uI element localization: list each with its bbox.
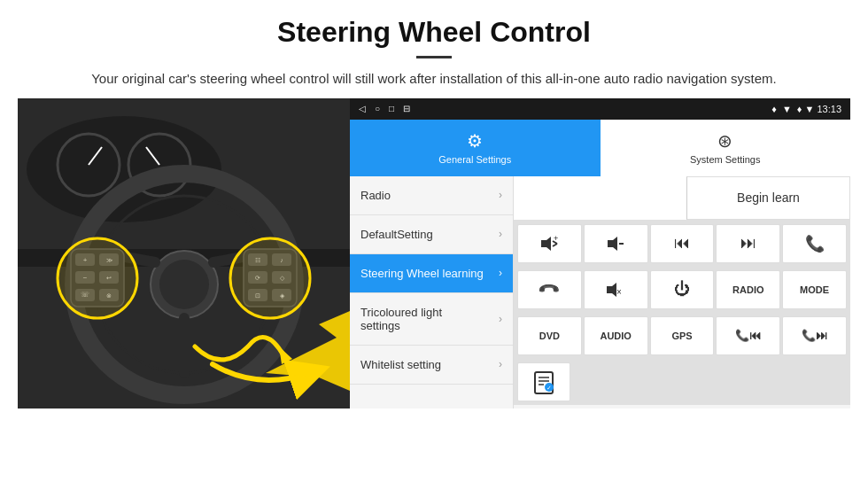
svg-text:−: − — [619, 239, 624, 248]
settings-tabs: ⚙ General Settings ⊛ System Settings — [350, 120, 850, 176]
svg-point-10 — [159, 260, 209, 309]
whitelist-row: ✓ — [514, 359, 850, 405]
svg-point-40 — [58, 238, 137, 318]
hangup-button[interactable]: 📞 — [517, 270, 582, 309]
radio-button[interactable]: RADIO — [716, 270, 780, 309]
bt-next-icon: 📞⏭ — [802, 329, 827, 342]
bt-next-button[interactable]: 📞⏭ — [782, 316, 847, 355]
power-icon: ⏻ — [674, 280, 690, 299]
svg-text:+: + — [554, 234, 558, 243]
svg-text:×: × — [616, 287, 622, 297]
whitelist-icon: ✓ — [531, 370, 556, 394]
source-row: DVD AUDIO GPS 📞⏮ 📞⏭ — [514, 313, 850, 359]
mode-label: MODE — [800, 284, 829, 295]
page-title: Steering Wheel Control — [53, 16, 815, 49]
begin-learn-button[interactable]: Begin learn — [686, 176, 850, 220]
menu-item-default[interactable]: DefaultSetting › — [350, 215, 513, 254]
main-content: + ≫ − ↩ ☏ ⊗ ☷ ♪ ⟳ ◇ ⊡ ◈ — [18, 98, 850, 409]
vol-down-button[interactable]: − — [584, 224, 648, 263]
svg-marker-52 — [607, 283, 616, 297]
chevron-icon: › — [499, 228, 502, 240]
begin-learn-row: Begin learn — [514, 176, 850, 221]
menu-item-steering[interactable]: Steering Wheel learning › — [350, 254, 513, 293]
radio-label: RADIO — [732, 284, 763, 295]
bt-prev-button[interactable]: 📞⏮ — [716, 316, 780, 355]
hangup-icon: 📞 — [538, 277, 562, 302]
power-button[interactable]: ⏻ — [650, 270, 715, 309]
phone-button[interactable]: 📞 — [782, 224, 847, 263]
menu-item-radio[interactable]: Radio › — [350, 176, 513, 215]
mute-icon: × — [605, 280, 626, 300]
bt-prev-icon: 📞⏮ — [735, 329, 761, 342]
svg-line-47 — [553, 244, 557, 246]
status-left: ◁ ○ □ ⊟ — [359, 104, 410, 113]
tab-general-label: General Settings — [438, 154, 511, 165]
tab-system-label: System Settings — [690, 154, 760, 165]
svg-marker-45 — [541, 237, 551, 251]
page-header: Steering Wheel Control Your original car… — [0, 0, 868, 98]
vol-up-icon: + — [539, 234, 559, 253]
gear-icon: ⚙ — [467, 130, 483, 152]
back-icon: ◁ — [359, 104, 366, 113]
control-panel: Begin learn + — [514, 176, 850, 409]
image-panel: + ≫ − ↩ ☏ ⊗ ☷ ♪ ⟳ ◇ ⊡ ◈ — [18, 98, 350, 409]
home-icon: ○ — [375, 104, 380, 113]
tab-system[interactable]: ⊛ System Settings — [601, 120, 851, 176]
vol-up-button[interactable]: + — [517, 224, 582, 263]
svg-point-41 — [230, 238, 310, 318]
settings-content: Radio › DefaultSetting › Steering Wheel … — [350, 176, 850, 409]
menu-item-tricoloured[interactable]: Tricoloured lightsettings › — [350, 293, 513, 346]
chevron-icon: › — [499, 358, 502, 370]
svg-marker-49 — [608, 237, 617, 251]
phone-icon: 📞 — [805, 234, 825, 253]
menu-item-whitelist-label: Whitelist setting — [360, 358, 441, 371]
dvd-label: DVD — [539, 331, 560, 341]
menu-item-whitelist[interactable]: Whitelist setting › — [350, 346, 513, 385]
android-panel: ◁ ○ □ ⊟ ♦ ▼ ♦ ▼ 13:13 ⚙ General Settings… — [350, 98, 850, 409]
menu-icon: ⊟ — [403, 104, 410, 113]
page-subtitle: Your original car's steering wheel contr… — [53, 69, 815, 89]
begin-learn-empty — [514, 176, 686, 220]
gps-button[interactable]: GPS — [650, 316, 715, 355]
chevron-icon: › — [499, 189, 502, 201]
location-icon: ♦ — [771, 104, 777, 114]
system-icon: ⊛ — [717, 130, 732, 152]
menu-item-default-label: DefaultSetting — [360, 228, 433, 241]
signal-icon: ▼ — [782, 104, 792, 114]
menu-item-steering-label: Steering Wheel learning — [360, 267, 484, 280]
tab-general[interactable]: ⚙ General Settings — [350, 120, 601, 176]
vol-down-icon: − — [606, 234, 625, 253]
mute-button[interactable]: × — [584, 270, 648, 309]
audio-label: AUDIO — [600, 331, 631, 341]
chevron-icon: › — [499, 267, 502, 279]
menu-item-radio-label: Radio — [360, 189, 391, 202]
recent-icon: □ — [389, 104, 394, 113]
prev-icon: ⏮ — [674, 234, 690, 253]
button-grid-row1: + − ⏮ — [514, 221, 850, 267]
button-grid-row2: 📞 × ⏻ RADIO — [514, 267, 850, 313]
menu-item-tricoloured-label: Tricoloured lightsettings — [360, 306, 442, 332]
dvd-button[interactable]: DVD — [517, 316, 582, 355]
title-divider — [416, 56, 452, 58]
status-right: ♦ ▼ ♦ ▼ 13:13 — [771, 104, 841, 114]
car-interior-svg: + ≫ − ↩ ☏ ⊗ ☷ ♪ ⟳ ◇ ⊡ ◈ — [18, 98, 350, 409]
mode-button[interactable]: MODE — [782, 270, 847, 309]
clock: ♦ ▼ 13:13 — [797, 104, 841, 114]
whitelist-icon-button[interactable]: ✓ — [517, 362, 570, 401]
menu-list: Radio › DefaultSetting › Steering Wheel … — [350, 176, 514, 409]
next-track-button[interactable]: ⏭ — [716, 224, 780, 263]
gps-label: GPS — [671, 331, 692, 341]
prev-track-button[interactable]: ⏮ — [650, 224, 715, 263]
steering-wheel-bg: + ≫ − ↩ ☏ ⊗ ☷ ♪ ⟳ ◇ ⊡ ◈ — [18, 98, 350, 409]
svg-text:✓: ✓ — [546, 385, 552, 391]
audio-button[interactable]: AUDIO — [584, 316, 648, 355]
status-bar: ◁ ○ □ ⊟ ♦ ▼ ♦ ▼ 13:13 — [350, 98, 850, 120]
chevron-icon: › — [499, 313, 502, 325]
next-icon: ⏭ — [740, 234, 756, 253]
